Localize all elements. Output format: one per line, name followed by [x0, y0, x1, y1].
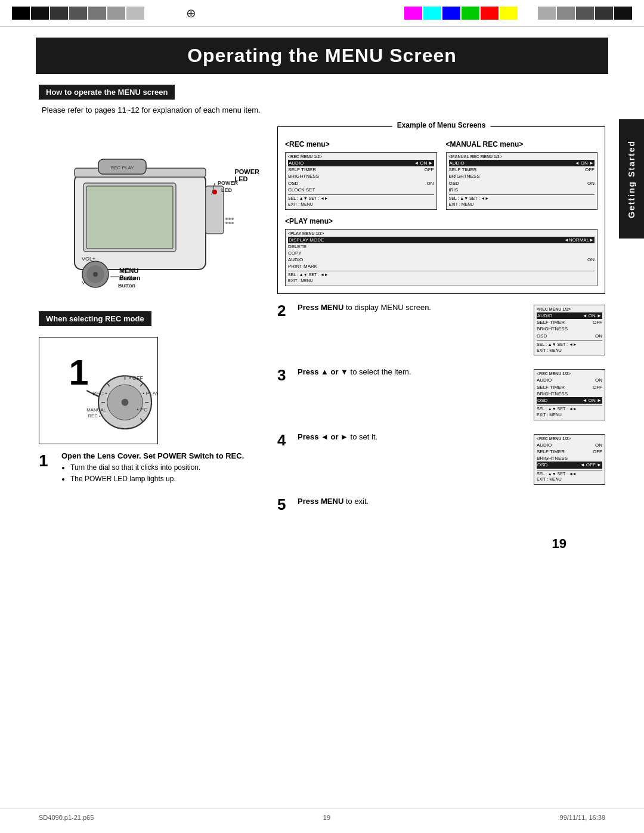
svg-text:REC •: REC • [92, 391, 107, 397]
play-menu-screen: <PLAY MENU 1/2> DISPLAY MODE◄NORMAL► DEL… [285, 229, 597, 287]
step-2: 2 Press MENU to display MENU screen. <RE… [277, 303, 605, 355]
manual-rec-menu-col: <MANUAL REC menu> <MANUAL REC MENU 1/3> … [446, 140, 598, 210]
swatch-5 [88, 7, 106, 20]
rec-menu-screen: <REC MENU 1/2> AUDIO◄ ON ► SELF TIMEROFF… [285, 152, 437, 210]
manual-rec-menu-label: <MANUAL REC menu> [446, 140, 598, 148]
step-1: 1 Open the Lens Cover. Set POWER Switch … [39, 451, 265, 485]
svg-text:• OFF: • OFF [129, 375, 143, 381]
camera-column: REC PLAY VOL+ VOL- MENU Button POWER LED [39, 126, 265, 524]
svg-point-12 [93, 272, 98, 277]
title-banner: Operating the MENU Screen [36, 38, 608, 74]
swatch-cyan [423, 7, 441, 20]
play-menu-label: <PLAY menu> [285, 217, 597, 225]
step-1-bullet-2: The POWER LED lamp lights up. [70, 473, 265, 485]
rec-row-clockset: CLOCK SET [288, 187, 434, 193]
step-5: 5 Press MENU to exit. [277, 497, 605, 512]
rec-menu-label: <REC menu> [285, 140, 437, 148]
step-5-number: 5 [277, 497, 292, 512]
play-menu-area: <PLAY menu> <PLAY MENU 1/2> DISPLAY MODE… [285, 217, 597, 287]
swatch-gray4 [595, 7, 613, 20]
mrec-row-audio: AUDIO◄ ON ► [449, 160, 595, 166]
rec-row-brightness: BRIGHTNESS [288, 173, 434, 179]
swatch-red [481, 7, 499, 20]
step-4-screen: <REC MENU 1/2> AUDIOON SELF TIMEROFF BRI… [534, 434, 605, 485]
svg-point-20 [228, 218, 231, 220]
step-1-bullets: Turn the dial so that it clicks into pos… [70, 462, 265, 485]
header-bar: ⊕ [0, 0, 644, 27]
step-2-number: 2 [277, 303, 292, 318]
how-to-header: How to operate the MENU screen [39, 85, 175, 100]
svg-point-23 [228, 222, 231, 224]
swatch-white [519, 7, 537, 20]
step-1-body: Turn the dial so that it clicks into pos… [61, 462, 265, 485]
mrec-row-selftimer: SELF TIMEROFF [449, 166, 595, 173]
svg-point-21 [231, 218, 234, 220]
svg-point-29 [122, 399, 129, 406]
footer-left: SD4090.p1-21.p65 [39, 814, 94, 821]
rec-section: When selecting REC mode 1 • OFF [39, 311, 265, 485]
swatch-6 [107, 7, 125, 20]
main-content: How to operate the MENU screen Please re… [0, 85, 644, 552]
rec-row-audio: AUDIO◄ ON ► [288, 160, 434, 166]
play-row-copy: COPY [288, 250, 595, 256]
svg-text:LED: LED [221, 187, 233, 193]
play-row-delete: DELETE [288, 243, 595, 250]
step-2-screen: <REC MENU 1/2> AUDIO◄ ON ► SELF TIMEROFF… [534, 305, 605, 355]
manual-rec-menu-screen: <MANUAL REC MENU 1/3> AUDIO◄ ON ► SELF T… [446, 152, 598, 210]
dial-diagram: 1 • OFF • PLAY REC • M [39, 337, 158, 444]
dial-svg: 1 • OFF • PLAY REC • M [39, 337, 157, 444]
step-1-bullet-1: Turn the dial so that it clicks into pos… [70, 462, 265, 473]
mrec-menu-footer: SEL : ▲▼ SET : ◄► EXIT : MENU [449, 194, 595, 208]
step-3-screen: <REC MENU 1/2> AUDIOON SELF TIMEROFF BRI… [534, 369, 605, 420]
play-row-display: DISPLAY MODE◄NORMAL► [288, 237, 595, 243]
rec-mode-header: When selecting REC mode [39, 311, 151, 326]
mrec-row-brightness: BRIGHTNESS [449, 173, 595, 179]
swatch-gray2 [557, 7, 575, 20]
menu-examples-inner: <REC menu> <REC MENU 1/2> AUDIO◄ ON ► SE… [285, 140, 597, 210]
rec-menu-footer: SEL : ▲▼ SET : ◄► EXIT : MENU [288, 194, 434, 208]
svg-text:REC •: REC • [88, 413, 101, 419]
svg-text:• PC: • PC [137, 407, 148, 413]
swatch-magenta [404, 7, 422, 20]
step-3-number: 3 [277, 367, 292, 383]
two-col-layout: REC PLAY VOL+ VOL- MENU Button POWER LED [39, 126, 605, 524]
svg-point-19 [225, 218, 228, 220]
menu-button-label: MENU Button [119, 267, 140, 281]
step-3: 3 Press ▲ or ▼ to select the item. <REC … [277, 367, 605, 420]
svg-text:• PLAY: • PLAY [143, 391, 157, 397]
menu-examples-column: Example of Menu Screens <REC menu> <REC … [277, 126, 605, 524]
mrec-row-osd: OSDON [449, 180, 595, 187]
swatch-gray5 [614, 7, 632, 20]
step-1-content: Open the Lens Cover. Set POWER Switch to… [61, 451, 265, 485]
swatch-green [462, 7, 479, 20]
swatch-2 [31, 7, 49, 20]
black-swatches [12, 7, 144, 20]
step-1-title: Open the Lens Cover. Set POWER Switch to… [61, 451, 265, 460]
play-row-printmark: PRINT MARK [288, 263, 595, 270]
footer-right: 99/11/11, 16:38 [560, 814, 605, 821]
svg-text:MANUAL: MANUAL [86, 407, 107, 413]
camera-svg: REC PLAY VOL+ VOL- MENU Button POWER LED [39, 126, 265, 305]
mrec-row-iris: IRIS [449, 187, 595, 193]
step-4-content: Press ◄ or ► to set it. <REC MENU 1/2> A… [298, 432, 605, 485]
menu-examples-box: Example of Menu Screens <REC menu> <REC … [277, 126, 605, 294]
swatch-gray1 [538, 7, 556, 20]
step-5-content: Press MENU to exit. [298, 497, 605, 506]
svg-point-24 [231, 222, 234, 224]
play-menu-footer: SEL : ▲▼ SET : ◄► EXIT : MENU [288, 271, 595, 284]
step-1-number: 1 [39, 453, 55, 469]
svg-rect-2 [86, 186, 173, 249]
swatch-blue [442, 7, 460, 20]
swatch-yellow [500, 7, 518, 20]
swatch-1 [12, 7, 30, 20]
page-title: Operating the MENU Screen [54, 45, 590, 67]
rec-row-selftimer: SELF TIMEROFF [288, 166, 434, 173]
step-2-content: Press MENU to display MENU screen. <REC … [298, 303, 605, 355]
menu-examples-title: Example of Menu Screens [392, 121, 491, 129]
step-3-content: Press ▲ or ▼ to select the item. <REC ME… [298, 367, 605, 420]
intro-text: Please refer to pages 11~12 for explanat… [42, 106, 605, 114]
rec-menu-col: <REC menu> <REC MENU 1/2> AUDIO◄ ON ► SE… [285, 140, 437, 210]
step-4-number: 4 [277, 432, 292, 448]
step-4: 4 Press ◄ or ► to set it. <REC MENU 1/2>… [277, 432, 605, 485]
swatch-4 [69, 7, 87, 20]
